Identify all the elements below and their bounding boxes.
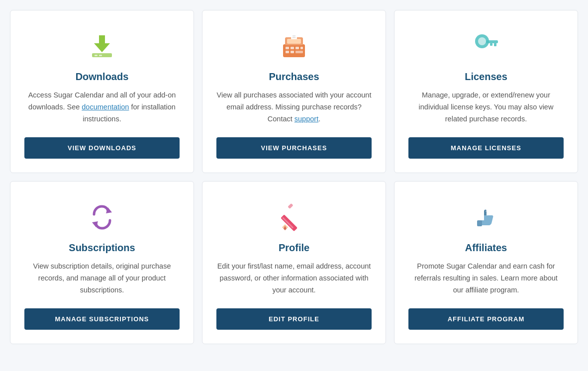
svg-rect-13 [295,51,303,53]
view-downloads-button[interactable]: VIEW DOWNLOADS [24,137,180,159]
svg-rect-8 [291,47,294,49]
svg-rect-21 [490,43,492,46]
subscriptions-description: View subscription details, original purc… [24,261,180,296]
manage-licenses-button[interactable]: MANAGE LICENSES [408,137,564,159]
profile-title: Profile [279,242,309,254]
purchases-description: View all purchases associated with your … [216,90,372,125]
affiliates-description: Promote Sugar Calendar and earn cash for… [408,261,564,296]
svg-marker-0 [94,35,110,52]
edit-profile-button[interactable]: EDIT PROFILE [216,308,372,330]
profile-icon [276,199,312,235]
card-licenses: Licenses Manage, upgrade, or extend/rene… [394,10,578,173]
downloads-description: Access Sugar Calendar and all of your ad… [24,90,180,125]
dashboard-grid: Downloads Access Sugar Calendar and all … [10,10,578,344]
downloads-title: Downloads [76,71,129,83]
purchases-title: Purchases [269,71,319,83]
card-affiliates: Affiliates Promote Sugar Calendar and ea… [394,181,578,344]
svg-rect-3 [99,55,102,56]
svg-rect-12 [291,51,294,53]
svg-rect-11 [286,51,289,53]
documentation-link[interactable]: documentation [82,103,129,111]
svg-rect-7 [286,47,289,49]
licenses-title: Licenses [465,71,507,83]
svg-rect-9 [295,47,299,49]
svg-point-18 [478,37,486,45]
svg-rect-27 [288,203,293,208]
card-downloads: Downloads Access Sugar Calendar and all … [10,10,194,173]
subscriptions-icon [84,199,120,235]
svg-rect-6 [287,39,301,44]
card-subscriptions: Subscriptions View subscription details,… [10,181,194,344]
card-purchases: Purchases View all purchases associated … [202,10,386,173]
affiliates-icon [468,199,504,235]
licenses-icon [468,28,504,64]
profile-description: Edit your first/last name, email address… [216,261,372,296]
svg-rect-20 [494,43,496,46]
purchases-icon [276,28,312,64]
svg-rect-2 [95,55,98,56]
view-purchases-button[interactable]: VIEW PURCHASES [216,137,372,159]
licenses-description: Manage, upgrade, or extend/renew your in… [408,90,564,125]
support-link[interactable]: support [294,115,318,123]
manage-subscriptions-button[interactable]: MANAGE SUBSCRIPTIONS [24,308,180,330]
card-profile: Profile Edit your first/last name, email… [202,181,386,344]
affiliate-program-button[interactable]: AFFILIATE PROGRAM [408,308,564,330]
svg-rect-29 [477,220,482,226]
affiliates-title: Affiliates [465,242,507,254]
svg-rect-14 [291,34,297,39]
svg-rect-10 [300,47,303,49]
svg-rect-19 [486,40,498,43]
downloads-icon [84,28,120,64]
subscriptions-title: Subscriptions [69,242,135,254]
